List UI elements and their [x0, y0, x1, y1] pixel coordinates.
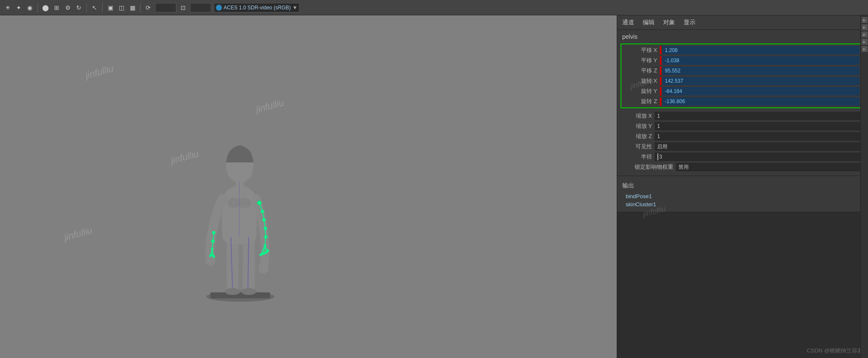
rotate-x-row: 旋转 X 142.537 — [622, 76, 863, 86]
divider2 — [86, 3, 87, 12]
rotate-x-value[interactable]: 142.537 — [662, 77, 859, 85]
panel-menubar: 通道 编辑 对象 显示 — [617, 15, 868, 30]
box3-icon[interactable]: ▦ — [128, 3, 137, 12]
red-bar-ty — [660, 56, 661, 65]
object-name: pelvis — [617, 30, 868, 42]
scale-y-row: 缩放 Y 1 — [617, 121, 868, 131]
svg-point-8 — [238, 198, 251, 208]
rotate-z-row: 旋转 Z -136.806 — [622, 96, 863, 107]
translate-x-value[interactable]: 1.208 — [662, 46, 859, 55]
radius-value[interactable]: 3 — [655, 153, 865, 161]
right-panel-bottom — [617, 212, 868, 358]
radius-label: 半径 — [621, 153, 655, 161]
svg-point-4 — [225, 288, 240, 295]
strip-btn-1[interactable]: ▸ — [862, 17, 868, 23]
red-bar-tz — [660, 66, 661, 75]
star-icon[interactable]: ✦ — [14, 3, 23, 12]
strip-btn-2[interactable]: ▸ — [862, 24, 868, 30]
visibility-row: 可见性 启用 — [617, 141, 868, 152]
rotate-x-label: 旋转 X — [626, 77, 660, 85]
svg-line-22 — [265, 228, 266, 237]
menu-display[interactable]: 显示 — [684, 19, 696, 26]
scale-x-value[interactable]: 1 — [655, 112, 865, 120]
box1-icon[interactable]: ▣ — [106, 3, 115, 12]
scale-z-row: 缩放 Z 1 — [617, 131, 868, 141]
renderer-dropdown[interactable]: ACES 1.0 SDR-video (sRGB) ▼ — [214, 3, 299, 12]
circle-icon[interactable]: ◉ — [26, 3, 34, 12]
renderer-label: ACES 1.0 SDR-video (sRGB) — [224, 5, 290, 11]
translate-y-value[interactable]: -1.038 — [662, 56, 859, 65]
renderer-icon — [216, 5, 222, 11]
divider1 — [37, 3, 38, 12]
red-bar-rz — [660, 97, 661, 106]
lock-label: 锁定影响物权重 — [621, 163, 676, 171]
translate-z-row: 平移 Z 95.552 — [622, 66, 863, 76]
transform-box: 平移 X 1.208 平移 Y -1.038 平移 Z 95.552 旋转 X … — [621, 43, 865, 108]
strip-btn-5[interactable]: ▸ — [862, 46, 868, 52]
lock-value[interactable]: 禁用 — [676, 163, 865, 171]
output-section-label: 输出 — [622, 182, 863, 190]
scale-x-row: 缩放 X 1 — [617, 111, 868, 121]
value1-input[interactable]: 0.00 — [155, 3, 176, 12]
separator1 — [617, 176, 868, 176]
viewport[interactable]: jinfulliu jinfulliu jinfulliu jinfulliu — [0, 15, 617, 358]
rotate-icon[interactable]: ↻ — [75, 3, 83, 12]
viewport-svg — [0, 15, 617, 358]
rotate-y-value[interactable]: -84.184 — [662, 87, 859, 95]
radius-row: 半径 3 — [617, 152, 868, 162]
translate-y-row: 平移 Y -1.038 — [622, 55, 863, 66]
visibility-value[interactable]: 启用 — [655, 142, 865, 151]
cursor-icon[interactable]: ↖ — [90, 3, 99, 12]
scale-x-label: 缩放 X — [621, 112, 655, 120]
output-section: 输出 bindPose1 skinCluster1 — [617, 179, 868, 212]
refresh-icon[interactable]: ⟳ — [144, 3, 152, 12]
scale-y-label: 缩放 Y — [621, 122, 655, 130]
csdn-credit: CSDN @晓晓纳兰容若 — [807, 347, 863, 355]
sphere-icon[interactable]: ⬤ — [41, 3, 50, 12]
gear-icon[interactable]: ⚙ — [63, 3, 72, 12]
lock-row: 锁定影响物权重 禁用 — [617, 162, 868, 172]
rotate-z-value[interactable]: -136.806 — [662, 97, 859, 106]
radius-bar — [657, 153, 658, 160]
translate-y-label: 平移 Y — [626, 57, 660, 64]
menu-channels[interactable]: 通道 — [622, 19, 634, 26]
right-panel: jinfulliu jinfulliu 通道 编辑 对象 显示 pelvis 平… — [617, 15, 868, 358]
sun-icon[interactable]: ☀ — [3, 3, 12, 12]
svg-point-5 — [241, 288, 256, 295]
red-bar-rx — [660, 77, 661, 85]
svg-rect-1 — [210, 292, 270, 298]
svg-point-12 — [259, 262, 269, 274]
dropdown-chevron: ▼ — [292, 5, 297, 11]
box2-icon[interactable]: ◫ — [117, 3, 126, 12]
svg-point-11 — [205, 252, 216, 266]
divider3 — [102, 3, 103, 12]
translate-x-label: 平移 X — [626, 46, 660, 54]
rotate-z-label: 旋转 Z — [626, 98, 660, 105]
scale-z-label: 缩放 Z — [621, 133, 655, 140]
grid-icon[interactable]: ⊞ — [52, 3, 61, 12]
value2-input[interactable]: 1.00 — [190, 3, 211, 12]
rotate-y-row: 旋转 Y -84.184 — [622, 86, 863, 96]
translate-x-row: 平移 X 1.208 — [622, 45, 863, 55]
strip-btn-4[interactable]: ▸ — [862, 39, 868, 45]
menu-object[interactable]: 对象 — [663, 19, 675, 26]
visibility-label: 可见性 — [621, 143, 655, 150]
scale-y-value[interactable]: 1 — [655, 122, 865, 130]
output-item-bindpose[interactable]: bindPose1 — [622, 192, 863, 200]
scale-z-value[interactable]: 1 — [655, 132, 865, 141]
red-bar-ry — [660, 87, 661, 95]
output-item-skincluster[interactable]: skinCluster1 — [622, 200, 863, 208]
main-content: jinfulliu jinfulliu jinfulliu jinfulliu — [0, 15, 868, 358]
scale-icon[interactable]: ⊡ — [179, 3, 187, 12]
toolbar: ☀ ✦ ◉ ⬤ ⊞ ⚙ ↻ ↖ ▣ ◫ ▦ ⟳ 0.00 ⊡ 1.00 ACES… — [0, 0, 868, 15]
translate-z-label: 平移 Z — [626, 67, 660, 75]
right-strip: ▸ ▸ ▸ ▸ ▸ — [860, 15, 868, 358]
red-bar-tx — [660, 46, 661, 55]
translate-z-value[interactable]: 95.552 — [662, 66, 859, 75]
strip-btn-3[interactable]: ▸ — [862, 32, 868, 38]
divider4 — [140, 3, 141, 12]
menu-edit[interactable]: 编辑 — [643, 19, 655, 26]
other-props: 缩放 X 1 缩放 Y 1 缩放 Z 1 可见性 启用 半径 — [617, 110, 868, 173]
rotate-y-label: 旋转 Y — [626, 87, 660, 95]
